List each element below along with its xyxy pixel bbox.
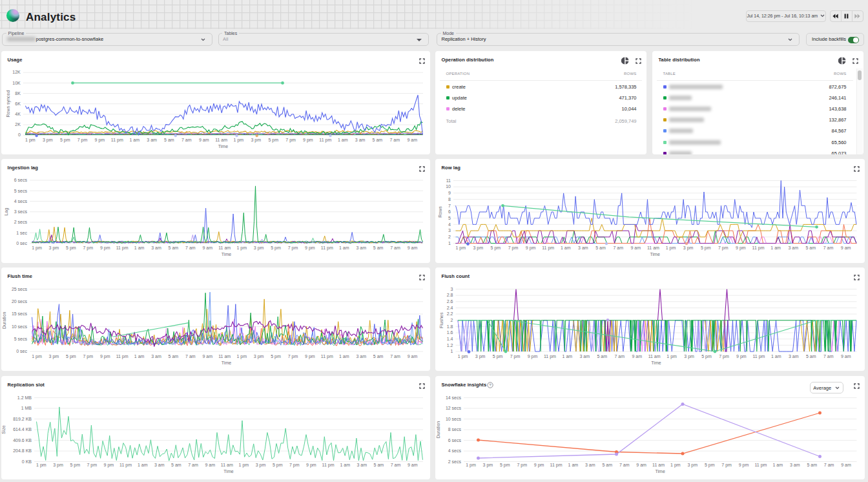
svg-text:1 pm: 1 pm [666,246,676,251]
svg-text:7 am: 7 am [824,462,834,466]
svg-text:9 am: 9 am [408,246,418,250]
svg-text:11 pm: 11 pm [111,138,123,143]
svg-text:11 pm: 11 pm [322,462,335,467]
svg-text:8K: 8K [15,91,21,96]
svg-text:5 am: 5 am [374,462,384,466]
svg-text:3 am: 3 am [355,138,366,142]
svg-text:7 pm: 7 pm [721,462,732,467]
svg-text:3 am: 3 am [788,246,798,250]
svg-text:11 am: 11 am [648,354,661,359]
svg-text:Time: Time [650,252,660,257]
svg-text:3 am: 3 am [585,462,595,466]
svg-text:3 pm: 3 pm [688,462,698,467]
svg-text:Lag: Lag [4,208,9,216]
svg-text:Time: Time [656,468,665,473]
svg-text:1 pm: 1 pm [466,462,476,467]
svg-text:9 pm: 9 pm [739,462,749,467]
svg-text:11 pm: 11 pm [321,246,333,251]
svg-text:5 am: 5 am [807,462,817,466]
svg-text:409.6 KB: 409.6 KB [13,437,32,442]
svg-text:1 pm: 1 pm [458,354,468,359]
svg-text:3 pm: 3 pm [43,138,53,143]
svg-text:9 pm: 9 pm [303,138,313,143]
svg-text:1 pm: 1 pm [32,354,42,359]
svg-text:12K: 12K [12,70,21,74]
svg-text:7 am: 7 am [188,462,198,466]
svg-text:7 am: 7 am [391,462,401,466]
svg-text:7 pm: 7 pm [288,246,298,251]
svg-text:6 secs: 6 secs [448,437,462,442]
svg-text:1 pm: 1 pm [455,246,466,251]
svg-text:9 pm: 9 pm [305,354,315,359]
svg-text:7: 7 [448,204,451,208]
svg-text:7 am: 7 am [614,354,625,359]
svg-text:9 am: 9 am [199,138,209,142]
svg-text:1 am: 1 am [339,246,349,250]
svg-text:5 pm: 5 pm [66,246,76,251]
svg-text:7 pm: 7 pm [78,138,88,143]
svg-text:11 am: 11 am [652,462,665,466]
svg-text:2.4: 2.4 [447,306,453,310]
svg-text:3 pm: 3 pm [483,462,493,467]
svg-text:9 pm: 9 pm [100,246,110,251]
svg-text:1 pm: 1 pm [236,354,247,359]
svg-text:11 pm: 11 pm [754,462,767,467]
svg-text:3 pm: 3 pm [53,462,63,467]
svg-text:5 am: 5 am [171,462,181,466]
svg-text:5 am: 5 am [169,246,179,250]
svg-text:5 am: 5 am [595,246,606,250]
svg-text:9 am: 9 am [632,354,642,359]
svg-text:7 pm: 7 pm [719,354,729,359]
svg-text:1 am: 1 am [340,462,350,466]
svg-text:2.6: 2.6 [447,299,453,304]
svg-text:3 am: 3 am [580,354,590,359]
svg-text:3 secs: 3 secs [14,209,28,214]
svg-text:5 pm: 5 pm [493,354,503,359]
svg-text:7 am: 7 am [613,246,623,250]
svg-text:7 pm: 7 pm [508,246,519,251]
svg-text:1 pm: 1 pm [25,138,36,143]
svg-text:1 am: 1 am [568,462,579,466]
svg-text:14 secs: 14 secs [446,395,462,399]
svg-text:Time: Time [222,361,231,365]
svg-text:5 am: 5 am [603,462,613,466]
svg-text:11 pm: 11 pm [116,354,129,359]
svg-text:5 pm: 5 pm [500,462,510,467]
svg-text:Flushes: Flushes [439,312,444,328]
svg-text:7 am: 7 am [185,354,196,359]
svg-text:7 pm: 7 pm [83,354,94,359]
svg-text:Rows synced: Rows synced [6,90,11,118]
svg-text:8 secs: 8 secs [448,427,462,432]
svg-text:11 pm: 11 pm [752,354,765,359]
svg-text:5 pm: 5 pm [273,462,283,467]
svg-text:3 pm: 3 pm [683,246,694,251]
svg-text:4 secs: 4 secs [14,199,28,204]
svg-text:11 pm: 11 pm [116,246,129,251]
svg-text:1 am: 1 am [129,138,140,142]
svg-text:5: 5 [448,216,451,220]
svg-text:5 pm: 5 pm [701,246,711,251]
svg-text:9 am: 9 am [841,354,851,359]
svg-text:1 am: 1 am [134,246,145,250]
svg-text:9 am: 9 am [841,462,851,466]
svg-text:9 pm: 9 pm [305,246,315,251]
svg-text:5 am: 5 am [373,138,383,142]
svg-text:9 pm: 9 pm [95,138,105,143]
svg-text:9 pm: 9 pm [736,246,746,251]
svg-text:4K: 4K [15,112,21,116]
svg-text:5 am: 5 am [169,354,179,359]
svg-text:5 am: 5 am [597,354,608,359]
svg-text:4 secs: 4 secs [448,448,462,453]
svg-text:0 sec: 0 sec [16,241,27,246]
svg-text:0: 0 [18,132,21,137]
svg-text:10 secs: 10 secs [12,324,28,329]
svg-text:3 am: 3 am [357,462,367,466]
svg-text:11 pm: 11 pm [321,354,333,359]
svg-text:614.4 KB: 614.4 KB [13,427,32,432]
svg-text:5 pm: 5 pm [268,138,278,143]
svg-text:3: 3 [451,287,453,291]
svg-text:7 am: 7 am [185,246,196,250]
svg-text:Size: Size [1,425,6,434]
svg-text:11 pm: 11 pm [119,462,132,467]
svg-text:0 KB: 0 KB [22,459,32,463]
